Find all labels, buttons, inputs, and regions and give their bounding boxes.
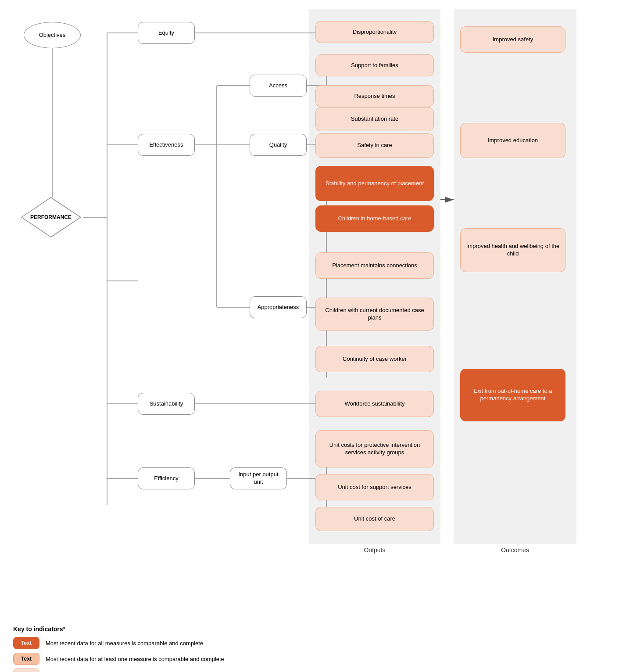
outcome-improved-safety[interactable]: Improved safety [460, 26, 565, 53]
output-continuity-caseworker[interactable]: Continuity of case worker [315, 346, 434, 372]
outcome-improved-education-label: Improved education [488, 137, 538, 144]
sustainability-label: Sustainability [150, 400, 183, 408]
output-disproportionality[interactable]: Disproportionality [315, 21, 434, 43]
output-unit-cost-care-label: Unit cost of care [354, 515, 395, 523]
svg-text:PERFORMANCE: PERFORMANCE [30, 214, 72, 220]
output-stability-permanency-label: Stability and permanency of placement [326, 180, 424, 187]
outcome-improved-health-label: Improved health and wellbeing of the chi… [464, 243, 562, 258]
diagram-container: Objectives PERFORMANCE Equity Effectiven… [11, 9, 633, 601]
key-row-1: Text Most recent data for all measures i… [13, 637, 631, 649]
effectiveness-box: Effectiveness [138, 134, 195, 156]
output-support-families-label: Support to families [351, 62, 398, 69]
output-stability-permanency[interactable]: Stability and permanency of placement [315, 166, 434, 201]
equity-label: Equity [158, 29, 174, 37]
output-placement-connections-label: Placement maintains connections [332, 262, 417, 270]
outcome-exit-oohc-label: Exit from out-of-home care to a permanen… [464, 388, 562, 402]
input-per-output-box: Input per output unit [230, 467, 287, 489]
key-title: Key to indicators* [13, 625, 631, 632]
effectiveness-label: Effectiveness [149, 141, 183, 149]
key-section: Key to indicators* Text Most recent data… [9, 619, 635, 672]
input-per-output-label: Input per output unit [234, 471, 283, 486]
outcomes-column-label: Outcomes [454, 546, 576, 553]
outcome-exit-oohc[interactable]: Exit from out-of-home care to a permanen… [460, 369, 565, 421]
efficiency-box: Efficiency [138, 467, 195, 489]
output-support-families[interactable]: Support to families [315, 54, 434, 76]
output-children-homebased-label: Children in home-based care [338, 215, 411, 223]
output-continuity-caseworker-label: Continuity of case worker [343, 356, 407, 363]
key-box-1: Text [13, 637, 39, 649]
outputs-column-label: Outputs [309, 546, 440, 553]
output-substantiation-rate-label: Substantiation rate [351, 115, 398, 123]
output-disproportionality-label: Disproportionality [353, 29, 397, 36]
output-unit-costs-protective-label: Unit costs for protective intervention s… [319, 442, 430, 456]
outcome-column-bg [454, 9, 576, 544]
key-desc-2: Most recent data for at least one measur… [46, 656, 224, 662]
objectives-label: Objectives [39, 32, 66, 39]
output-response-times-label: Response times [354, 93, 395, 100]
output-workforce-sustainability-label: Workforce sustainability [344, 400, 404, 408]
objectives-oval: Objectives [24, 22, 81, 48]
access-box: Access [250, 75, 307, 97]
output-workforce-sustainability[interactable]: Workforce sustainability [315, 391, 434, 417]
sustainability-box: Sustainability [138, 393, 195, 415]
output-safety-in-care-label: Safety in care [357, 142, 392, 149]
outcome-improved-safety-label: Improved safety [493, 36, 533, 43]
performance-diamond: PERFORMANCE [19, 195, 83, 241]
output-substantiation-rate[interactable]: Substantiation rate [315, 107, 434, 131]
key-desc-1: Most recent data for all measures is com… [46, 640, 203, 647]
quality-label: Quality [269, 141, 287, 149]
appropriateness-box: Appropriateness [250, 296, 307, 318]
output-unit-cost-support[interactable]: Unit cost for support services [315, 474, 434, 500]
key-box-2: Text [13, 653, 39, 665]
output-children-case-plans[interactable]: Children with current documented case pl… [315, 298, 434, 331]
quality-box: Quality [250, 134, 307, 156]
output-unit-cost-care[interactable]: Unit cost of care [315, 507, 434, 531]
key-row-2: Text Most recent data for at least one m… [13, 653, 631, 665]
key-box-3: Text [13, 668, 39, 672]
output-placement-connections[interactable]: Placement maintains connections [315, 252, 434, 279]
output-children-case-plans-label: Children with current documented case pl… [319, 307, 430, 322]
outcome-improved-health[interactable]: Improved health and wellbeing of the chi… [460, 228, 565, 272]
output-unit-costs-protective[interactable]: Unit costs for protective intervention s… [315, 430, 434, 467]
output-safety-in-care[interactable]: Safety in care [315, 133, 434, 158]
appropriateness-label: Appropriateness [258, 304, 299, 311]
access-label: Access [269, 82, 287, 90]
equity-box: Equity [138, 22, 195, 44]
outcome-improved-education[interactable]: Improved education [460, 123, 565, 158]
efficiency-label: Efficiency [154, 475, 178, 482]
output-children-homebased[interactable]: Children in home-based care [315, 205, 434, 232]
output-response-times[interactable]: Response times [315, 85, 434, 107]
output-unit-cost-support-label: Unit cost for support services [338, 484, 411, 491]
key-row-3: Text Most recent data for all measures i… [13, 668, 631, 672]
